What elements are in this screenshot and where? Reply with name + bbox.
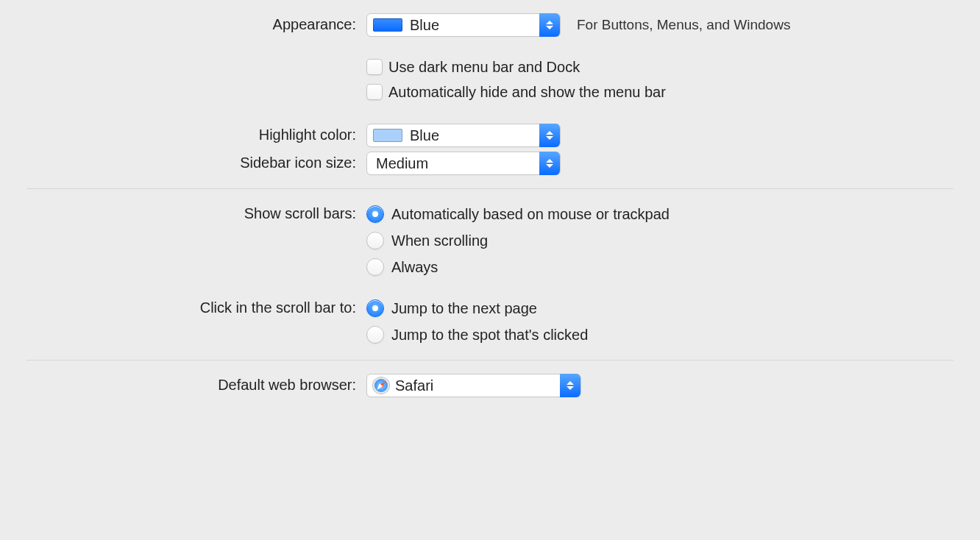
section-divider [26, 188, 954, 189]
scrollbars-when-scrolling-radio[interactable]: When scrolling [366, 229, 670, 252]
appearance-label: Appearance: [26, 13, 366, 33]
radio-icon [366, 205, 384, 223]
chevron-up-down-icon [560, 374, 580, 397]
default-browser-value: Safari [395, 377, 580, 394]
appearance-hint: For Buttons, Menus, and Windows [577, 17, 790, 33]
radio-icon [366, 326, 384, 344]
click-scroll-next-page-radio[interactable]: Jump to the next page [366, 296, 588, 320]
checkbox-icon [366, 59, 383, 75]
sidebar-icon-size-value: Medium [373, 155, 560, 172]
scrollbars-always-radio[interactable]: Always [366, 255, 670, 279]
click-scrollbar-label: Click in the scroll bar to: [26, 296, 366, 316]
default-browser-label: Default web browser: [26, 374, 366, 394]
auto-hide-menubar-checkbox[interactable]: Automatically hide and show the menu bar [366, 81, 790, 103]
sidebar-icon-size-popup[interactable]: Medium [366, 152, 561, 175]
click-scroll-jump-spot-radio[interactable]: Jump to the spot that's clicked [366, 323, 588, 347]
appearance-popup[interactable]: Blue [366, 13, 561, 37]
radio-icon [366, 232, 384, 249]
auto-hide-menubar-label: Automatically hide and show the menu bar [388, 84, 666, 101]
dark-menu-checkbox[interactable]: Use dark menu bar and Dock [366, 56, 790, 78]
appearance-swatch-icon [373, 18, 402, 32]
chevron-up-down-icon [539, 124, 560, 147]
scrollbars-auto-radio[interactable]: Automatically based on mouse or trackpad [366, 202, 670, 226]
appearance-value: Blue [410, 17, 560, 34]
checkbox-icon [366, 84, 383, 100]
show-scrollbars-label: Show scroll bars: [26, 202, 366, 222]
scrollbars-when-scrolling-label: When scrolling [391, 232, 488, 249]
click-scroll-jump-spot-label: Jump to the spot that's clicked [391, 327, 588, 344]
general-preferences-pane: Appearance: Blue For Buttons, Menus, and… [0, 0, 980, 415]
scrollbars-auto-label: Automatically based on mouse or trackpad [391, 206, 670, 223]
highlight-color-popup[interactable]: Blue [366, 124, 561, 147]
highlight-swatch-icon [373, 129, 402, 142]
click-scroll-next-page-label: Jump to the next page [391, 300, 537, 317]
highlight-color-label: Highlight color: [26, 124, 366, 143]
radio-icon [366, 258, 384, 276]
sidebar-icon-size-label: Sidebar icon size: [26, 152, 366, 171]
safari-icon [373, 377, 389, 394]
radio-icon [366, 299, 384, 317]
section-divider [26, 360, 954, 360]
scrollbars-always-label: Always [391, 259, 438, 276]
highlight-color-value: Blue [410, 127, 560, 144]
dark-menu-label: Use dark menu bar and Dock [388, 59, 580, 76]
default-browser-popup[interactable]: Safari [366, 374, 581, 397]
chevron-up-down-icon [539, 13, 560, 37]
chevron-up-down-icon [539, 152, 560, 175]
